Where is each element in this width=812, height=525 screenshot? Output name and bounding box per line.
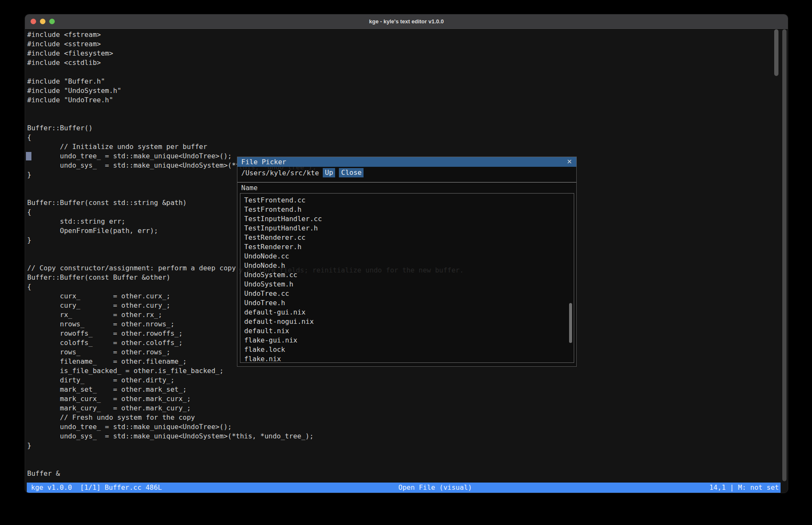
code-line: #include <sstream> — [27, 39, 775, 49]
code-line: #include "UndoSystem.h" — [27, 86, 775, 95]
up-button[interactable]: Up — [323, 168, 335, 177]
code-line: #include <filesystem> — [27, 49, 775, 58]
file-list-item[interactable]: TestFrontend.h — [240, 205, 574, 214]
file-list-item[interactable]: flake-gui.nix — [240, 336, 574, 345]
code-line: #include <cstdlib> — [27, 58, 775, 67]
file-list-item[interactable]: UndoNode.cc — [240, 252, 574, 261]
file-list-item[interactable]: UndoTree.cc — [240, 289, 574, 298]
status-bar: kge v1.0.0 [1/1] Buffer.cc 486L Open Fil… — [27, 483, 781, 493]
status-cursor-position: 14,1 | M: not set — [709, 483, 779, 493]
code-line — [27, 114, 775, 124]
code-line: undo_sys_ = std::make_unique<UndoSystem>… — [27, 432, 775, 441]
code-line — [27, 105, 775, 114]
code-line: dirty_ = other.dirty_; — [27, 376, 775, 385]
file-list-item[interactable]: UndoSystem.h — [240, 280, 574, 289]
code-line: is_file_backed_ = other.is_file_backed_; — [27, 366, 775, 376]
file-list-item[interactable]: UndoTree.h — [240, 298, 574, 308]
file-list[interactable]: TestFrontend.ccTestFrontend.hTestInputHa… — [240, 193, 574, 363]
code-line: // Initialize undo system per buffer — [27, 142, 775, 152]
code-line: #include "Buffer.h" — [27, 77, 775, 86]
file-list-item[interactable]: UndoSystem.cc — [240, 270, 574, 280]
code-line: // Fresh undo system for the copy — [27, 413, 775, 422]
file-list-item[interactable]: flake.lock — [240, 345, 574, 354]
dialog-titlebar[interactable]: File Picker ✕ — [237, 157, 576, 167]
code-line: mark_set_ = other.mark_set_; — [27, 385, 775, 394]
column-header-name: Name — [241, 183, 258, 193]
file-list-scrollbar-thumb[interactable] — [569, 303, 572, 343]
file-picker-dialog: this, *undo_tree_); y of core fields; re… — [237, 157, 577, 367]
code-line: #include <fstream> — [27, 30, 775, 39]
window-titlebar[interactable]: kge - kyle's text editor v1.0.0 — [25, 14, 788, 29]
file-list-item[interactable]: TestFrontend.cc — [240, 196, 574, 205]
code-line: undo_tree_ = std::make_unique<UndoTree>(… — [27, 422, 775, 432]
code-line — [27, 460, 775, 469]
status-left: kge v1.0.0 [1/1] Buffer.cc 486L — [31, 483, 162, 493]
editor-cursor — [26, 152, 31, 160]
code-line: #include "UndoTree.h" — [27, 95, 775, 105]
file-list-item[interactable]: TestRenderer.h — [240, 242, 574, 252]
file-list-item[interactable]: TestRenderer.cc — [240, 233, 574, 242]
file-list-item[interactable]: default.nix — [240, 326, 574, 336]
editor-scrollbar-track[interactable] — [782, 29, 787, 481]
code-line: } — [27, 441, 775, 450]
app-window: kge - kyle's text editor v1.0.0 #include… — [25, 14, 788, 493]
editor-scrollbar-thumb[interactable] — [774, 29, 778, 76]
code-line: mark_curx_ = other.mark_curx_; — [27, 394, 775, 404]
file-list-item[interactable]: TestInputHandler.h — [240, 224, 574, 233]
dialog-path-row: /Users/kyle/src/kte Up Close — [241, 168, 364, 178]
code-line — [27, 67, 775, 77]
file-list-item[interactable]: TestInputHandler.cc — [240, 214, 574, 224]
file-list-item[interactable]: flake.nix — [240, 354, 574, 363]
code-line: { — [27, 133, 775, 142]
code-line — [27, 450, 775, 460]
file-list-item[interactable]: default-nogui.nix — [240, 317, 574, 326]
code-line: Buffer::Buffer() — [27, 124, 775, 133]
dialog-separator — [237, 182, 576, 182]
code-line: Buffer & — [27, 469, 775, 478]
dialog-close-icon[interactable]: ✕ — [567, 157, 572, 167]
status-mode: Open File (visual) — [398, 483, 472, 493]
file-list-item[interactable]: UndoNode.h — [240, 261, 574, 270]
close-button[interactable]: Close — [339, 168, 364, 177]
window-title: kge - kyle's text editor v1.0.0 — [25, 14, 788, 28]
file-list-item[interactable]: default-gui.nix — [240, 308, 574, 317]
dialog-title: File Picker — [241, 157, 286, 167]
code-line: mark_cury_ = other.mark_cury_; — [27, 404, 775, 413]
current-path: /Users/kyle/src/kte — [241, 169, 319, 177]
